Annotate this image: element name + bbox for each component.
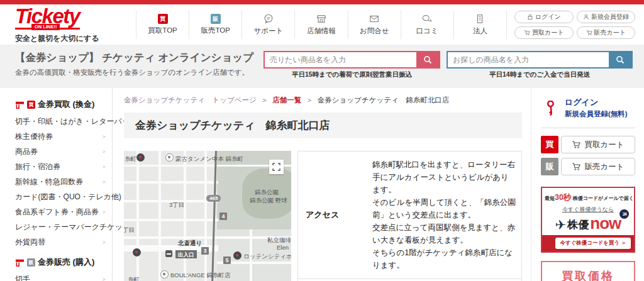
chat-bubbles-icon — [421, 13, 433, 25]
buy-badge-icon: 買 — [541, 136, 558, 153]
breadcrumb-current: 金券ショップチケッティ 錦糸町北口店 — [318, 96, 449, 105]
content: 買 金券買取 (換金) 切手・印紙・はがき・レターパック＞ 株主優待券＞ 商品券… — [0, 88, 644, 281]
sell-cart-label: 販売カート — [584, 162, 624, 172]
sidebar-item-gift-certificates[interactable]: 商品券＞ — [15, 144, 107, 159]
sidebar-item-currency[interactable]: 外貨両替＞ — [15, 234, 107, 250]
map-exit-label: 出入口 — [175, 250, 197, 258]
register-button[interactable]: 新規会員登録 — [577, 11, 636, 23]
sidebar-section-title: 金券買取 (換金) — [38, 99, 94, 110]
buy-search-input[interactable] — [448, 52, 609, 67]
map-main-road — [211, 151, 217, 281]
store-detail-row: 糸町 蒙古タンメン中本 錦糸町 錦糸公園 錦糸公園 野球 3丁目 丁目 465 … — [124, 151, 522, 281]
sidebar-section-title: 金券販売 (購入) — [38, 256, 94, 268]
header: Tickety ON LINE!! 安全と親切を大切にする 買 買取TOP 販 … — [0, 4, 644, 45]
sidebar-item-cards[interactable]: カード(図書・QUO・テレカ他)＞ — [15, 189, 107, 204]
sell-search-input[interactable] — [265, 52, 416, 67]
main-panel: 金券ショップチケッティ トップページ ＞ 店舗一覧 ＞ 金券ショップチケッティ … — [113, 88, 531, 281]
store-map[interactable]: 糸町 蒙古タンメン中本 錦糸町 錦糸公園 錦糸公園 野球 3丁目 丁目 465 … — [124, 151, 291, 281]
buy-cart-button-header[interactable]: 買取カート — [514, 26, 574, 39]
login-link[interactable]: ログイン — [565, 97, 628, 108]
map-marker-4: 4 — [219, 212, 227, 220]
sidebar-item-stamps-postcards[interactable]: 切手・印紙・はがき・レターパック＞ — [15, 114, 107, 129]
chevron-right-icon: ＞ — [101, 163, 107, 171]
top-accent-bar — [0, 0, 644, 4]
register-link[interactable]: 新規会員登録(無料) — [565, 109, 628, 119]
logo[interactable]: Tickety ON LINE!! 安全と親切を大切にする — [15, 6, 136, 44]
chevron-right-icon: ＞ — [101, 208, 107, 216]
login-register-links[interactable]: ログイン 新規会員登録(無料) — [541, 96, 635, 128]
sell-search-button[interactable] — [416, 52, 439, 67]
search-icon — [423, 55, 432, 64]
chevron-right-icon: ＞ — [101, 133, 107, 141]
storefront-icon — [15, 100, 25, 109]
map-label: 錦糸公園 野球 — [250, 197, 287, 205]
page: Tickety ON LINE!! 安全と親切を大切にする 買 買取TOP 販 … — [0, 0, 644, 281]
sidebar-item-food-gift[interactable]: 食品系ギフト券・商品券＞ — [15, 204, 107, 219]
logo-tagline: 安全と親切を大切にする — [15, 33, 136, 44]
lock-icon — [527, 14, 533, 20]
store-info-table: アクセス 錦糸町駅北口を出ますと、ロータリー右手にアルカイーストというビルがあり… — [297, 151, 522, 281]
map-fullscreen-button[interactable] — [269, 160, 284, 174]
map-bakery-pin — [160, 270, 169, 278]
map-station-pin — [133, 248, 141, 256]
row-value: 錦糸町駅北口を出ますと、ロータリー右手にアルカイーストというビルがあります。 そ… — [372, 152, 521, 278]
logo-online-badge: ON LINE!! — [31, 24, 60, 30]
login-button[interactable]: ログイン — [514, 11, 574, 23]
header-nav: 買 買取TOP 販 販売TOP サポート 店舗情報 お問合せ 口コミ — [136, 10, 507, 39]
fullscreen-icon — [272, 163, 280, 171]
kabuyu-now-banner[interactable]: 最短30秒 株優コードがメールで届く 今すぐ株優使うなら ✈ 株優 now 24… — [541, 187, 635, 253]
sell-badge-icon: 販 — [541, 158, 558, 175]
sell-search-note: 平日15時までの着荷で原則翌営業日振込 — [264, 70, 440, 79]
buy-search-button[interactable] — [609, 52, 631, 67]
breadcrumb-home-link[interactable]: 金券ショップチケッティ トップページ — [124, 96, 257, 105]
sell-badge-icon: 販 — [211, 14, 221, 24]
nav-label: サポート — [253, 26, 283, 36]
nav-item-reviews[interactable]: 口コミ — [401, 10, 453, 39]
sidebar-item-leisure[interactable]: レジャー・テーマパークチケット＞ — [15, 219, 107, 234]
map-hotel-pin — [233, 251, 242, 260]
shop-subtitle: 金券の高価買取・格安販売を行う金券ショップのオンライン店舗です。 — [15, 68, 253, 77]
ad-subline: 今すぐ株優使うなら — [545, 206, 631, 214]
breadcrumb-store-list-link[interactable]: 店舗一覧 — [272, 96, 301, 105]
key-icon — [543, 101, 558, 116]
storefront-icon — [15, 258, 25, 267]
shop-intro-text: 【金券ショップ】 チケッティ オンラインショップ 金券の高価買取・格安販売を行う… — [15, 51, 253, 88]
map-label: 丁目 — [124, 226, 135, 234]
sidebar-item-shareholder-tickets[interactable]: 株主優待券＞ — [15, 129, 107, 144]
ad-headline: 最短30秒 株優コードがメールで届く — [545, 192, 631, 203]
map-label: ロッテンシティホテ — [243, 253, 291, 261]
buy-search-note: 平日14時までのご入金で当日発送 — [447, 70, 633, 79]
register-button-label: 新規会員登録 — [591, 13, 629, 21]
sidebar-item-sell-stamps[interactable]: 切手＞ — [15, 272, 107, 281]
category-sidebar: 買 金券買取 (換金) 切手・印紙・はがき・レターパック＞ 株主優待券＞ 商品券… — [0, 88, 113, 281]
nav-item-sell-top[interactable]: 販 販売TOP — [189, 10, 242, 39]
nav-item-contact[interactable]: お問合せ — [348, 10, 401, 39]
breadcrumb: 金券ショップチケッティ トップページ ＞ 店舗一覧 ＞ 金券ショップチケッティ … — [124, 96, 522, 105]
airplane-icon: ✈ — [555, 218, 567, 231]
nav-item-support[interactable]: サポート — [242, 10, 294, 39]
chevron-right-icon: ＞ — [101, 238, 107, 246]
purchase-price-list-link[interactable]: 買取価格 一覧ページ — [541, 261, 635, 281]
map-label: BOUL'ANGE 錦糸町店 — [170, 272, 230, 280]
map-marker-3: 3 — [201, 247, 209, 255]
nav-item-stores[interactable]: 店舗情報 — [294, 10, 347, 39]
nav-item-buy-top[interactable]: 買 買取TOP — [136, 10, 189, 39]
sidebar-item-travel[interactable]: 旅行・宿泊券＞ — [15, 159, 107, 174]
breadcrumb-separator: ＞ — [261, 96, 269, 105]
buy-cart-button[interactable]: 買 買取カート — [541, 136, 635, 153]
map-label: Elen — [277, 244, 289, 251]
map-marker-5: 5 — [223, 256, 231, 264]
sell-cart-button[interactable]: 販 販売カート — [541, 158, 635, 175]
person-icon — [583, 14, 589, 20]
sell-search-group: 平日15時までの着荷で原則翌営業日振込 — [264, 51, 440, 88]
account-buttons: ログイン 新規会員登録 買取カート 販売カート — [514, 11, 635, 39]
ad-cta-button[interactable]: 今すぐ株優コードを買う ＞ — [555, 238, 631, 249]
logo-title: Tickety ON LINE!! — [15, 6, 80, 30]
nav-item-corporate[interactable]: 法人 — [453, 10, 507, 39]
sell-cart-button-header[interactable]: 販売カート — [577, 26, 636, 39]
shop-title: 【金券ショップ】 チケッティ オンラインショップ — [15, 51, 253, 65]
nav-label: お問合せ — [360, 26, 389, 36]
map-restaurant-pin — [165, 153, 174, 162]
map-label: 糸町 — [125, 155, 136, 163]
sidebar-item-shinkansen[interactable]: 新幹線・特急回数券＞ — [15, 174, 107, 189]
